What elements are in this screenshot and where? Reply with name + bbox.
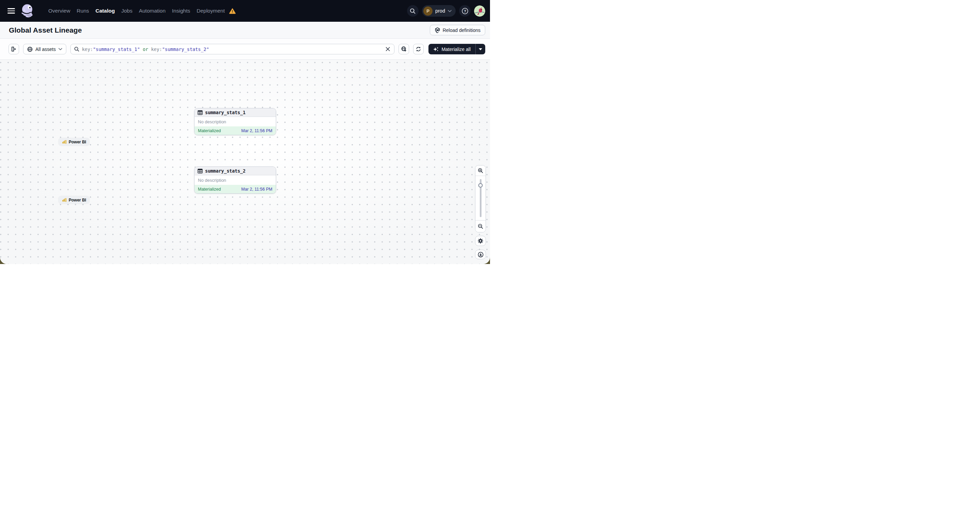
asset-search-input[interactable]: key:"summary_stats_1" or key:"summary_st… — [70, 44, 395, 54]
lineage-canvas-wrap: summary_stats_1 No description Materiali… — [0, 60, 490, 264]
deployment-switcher[interactable]: P prod — [422, 5, 456, 17]
globe-icon — [27, 46, 33, 52]
download-image-button[interactable] — [475, 250, 486, 259]
search-query-text[interactable]: key:"summary_stats_1" or key:"summary_st… — [82, 46, 382, 52]
asset-description: No description — [194, 117, 276, 127]
asset-filter-dropdown[interactable]: All assets — [23, 44, 66, 54]
powerbi-tag-label: Power BI — [69, 140, 86, 144]
materialize-all-split-button: Materialize all — [428, 44, 485, 54]
asset-status-row: Materialized Mar 2, 11:56 PM — [194, 185, 276, 193]
panel-toggle-icon — [11, 46, 17, 52]
powerbi-icon — [62, 140, 67, 144]
deployment-avatar: P — [423, 6, 433, 16]
nav-item-insights[interactable]: Insights — [172, 8, 190, 14]
materialize-all-label: Materialize all — [441, 46, 471, 52]
powerbi-tag[interactable]: Power BI — [59, 138, 89, 146]
primary-nav: Overview Runs Catalog Jobs Automation In… — [48, 8, 235, 14]
nav-item-automation[interactable]: Automation — [139, 8, 165, 14]
nav-item-runs[interactable]: Runs — [77, 8, 89, 14]
lineage-canvas[interactable]: summary_stats_1 No description Materiali… — [0, 60, 490, 264]
nav-right-cluster: P prod ? — [407, 5, 485, 17]
graph-scope-button[interactable] — [399, 44, 409, 54]
materialize-options-button[interactable] — [476, 44, 485, 54]
deployment-name: prod — [435, 8, 445, 14]
search-icon[interactable] — [407, 5, 418, 17]
reload-definitions-label: Reload definitions — [443, 27, 480, 33]
reload-definitions-button[interactable]: Reload definitions — [430, 25, 485, 35]
menu-icon[interactable] — [8, 8, 15, 14]
download-icon — [477, 251, 484, 258]
zoom-control-group — [475, 165, 486, 232]
svg-text:?: ? — [463, 9, 466, 13]
graph-settings-button[interactable] — [475, 236, 486, 246]
table-icon — [197, 110, 203, 115]
help-icon[interactable]: ? — [459, 5, 471, 17]
nav-item-catalog[interactable]: Catalog — [95, 8, 115, 14]
asset-name: summary_stats_1 — [205, 110, 245, 115]
chevron-down-icon — [59, 48, 62, 50]
nav-item-jobs[interactable]: Jobs — [121, 8, 133, 14]
dagster-logo[interactable] — [21, 3, 35, 18]
zoom-out-icon — [478, 224, 483, 229]
status-badge: Materialized — [198, 128, 221, 133]
asset-filter-label: All assets — [35, 46, 56, 52]
zoom-slider-handle[interactable] — [479, 183, 483, 187]
asset-node-summary-stats-1[interactable]: summary_stats_1 No description Materiali… — [194, 108, 276, 135]
asset-node-header: summary_stats_2 — [194, 167, 276, 175]
asset-status-row: Materialized Mar 2, 11:56 PM — [194, 127, 276, 135]
zoom-out-button[interactable] — [476, 220, 485, 232]
top-nav: Overview Runs Catalog Jobs Automation In… — [0, 0, 490, 22]
nav-item-deployment[interactable]: Deployment — [197, 8, 225, 14]
asset-node-summary-stats-2[interactable]: summary_stats_2 No description Materiali… — [194, 166, 276, 193]
asset-name: summary_stats_2 — [205, 168, 245, 174]
deployment-warning-icon — [229, 8, 235, 14]
user-avatar[interactable] — [474, 5, 485, 17]
view-controls — [475, 165, 486, 259]
refresh-button[interactable] — [413, 44, 424, 54]
page-title: Global Asset Lineage — [9, 26, 82, 34]
zoom-in-icon — [478, 168, 483, 173]
gear-icon — [477, 238, 484, 244]
status-badge: Materialized — [198, 187, 221, 192]
open-panel-button[interactable] — [8, 44, 19, 54]
asset-node-header: summary_stats_1 — [194, 108, 276, 117]
powerbi-tag[interactable]: Power BI — [59, 196, 89, 204]
refresh-icon — [415, 46, 421, 52]
clear-search-button[interactable] — [385, 46, 391, 52]
sparkles-icon — [433, 46, 439, 52]
zoom-in-button[interactable] — [476, 165, 485, 176]
powerbi-icon — [62, 198, 67, 203]
chevron-down-icon — [448, 10, 452, 12]
lineage-toolbar: All assets key:"summary_stats_1" or key:… — [0, 39, 490, 60]
table-icon — [197, 168, 203, 174]
asset-description: No description — [194, 175, 276, 185]
materialization-timestamp[interactable]: Mar 2, 11:56 PM — [242, 128, 272, 133]
globe-plus-icon — [401, 46, 407, 52]
powerbi-tag-label: Power BI — [69, 198, 86, 203]
materialize-all-button[interactable]: Materialize all — [428, 44, 476, 54]
nav-item-overview[interactable]: Overview — [48, 8, 70, 14]
reload-cube-icon — [434, 27, 441, 33]
caret-down-icon — [479, 48, 482, 50]
close-icon — [386, 47, 390, 51]
zoom-slider[interactable] — [476, 176, 485, 220]
search-icon — [74, 46, 79, 52]
materialization-timestamp[interactable]: Mar 2, 11:56 PM — [242, 187, 272, 192]
page-header: Global Asset Lineage Reload definitions — [0, 22, 490, 39]
